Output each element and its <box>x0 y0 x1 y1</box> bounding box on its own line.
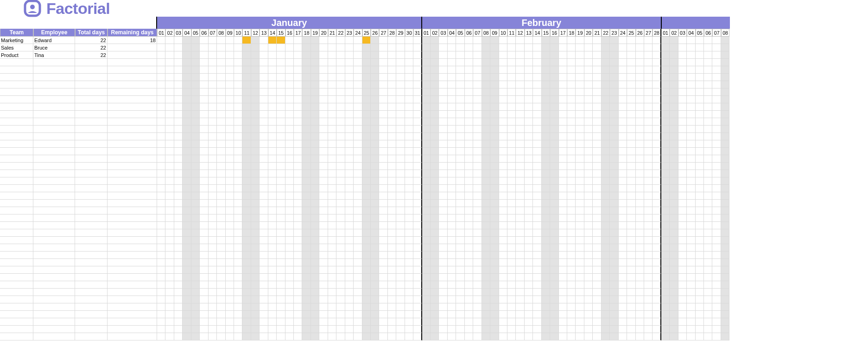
day-header[interactable]: 22 <box>602 29 610 37</box>
day-cell[interactable] <box>525 229 533 237</box>
day-cell[interactable] <box>482 333 490 340</box>
day-cell[interactable] <box>226 44 234 51</box>
day-cell[interactable] <box>379 126 387 133</box>
day-cell[interactable] <box>191 318 200 326</box>
day-cell[interactable] <box>319 192 328 200</box>
day-cell[interactable] <box>602 229 610 237</box>
day-cell[interactable] <box>704 311 712 318</box>
day-cell[interactable] <box>473 222 482 229</box>
day-cell[interactable] <box>712 148 721 155</box>
day-cell[interactable] <box>165 185 174 192</box>
day-cell[interactable] <box>191 229 200 237</box>
day-cell[interactable] <box>165 207 174 214</box>
day-cell[interactable] <box>550 59 558 66</box>
day-cell[interactable] <box>559 303 567 311</box>
day-cell[interactable] <box>422 200 431 207</box>
day-cell[interactable] <box>456 155 464 163</box>
day-cell[interactable] <box>473 111 482 118</box>
day-cell[interactable] <box>542 318 550 326</box>
day-cell[interactable] <box>277 281 285 289</box>
day-cell[interactable] <box>525 140 533 148</box>
day-cell[interactable] <box>653 66 661 74</box>
day-cell[interactable] <box>584 192 593 200</box>
day-cell[interactable] <box>226 155 234 163</box>
day-cell[interactable] <box>439 177 447 185</box>
day-cell[interactable] <box>242 148 251 155</box>
day-cell[interactable] <box>165 333 174 340</box>
day-cell[interactable] <box>490 140 499 148</box>
day-cell[interactable] <box>584 103 593 111</box>
day-cell[interactable] <box>456 44 464 51</box>
day-cell[interactable] <box>285 177 294 185</box>
day-cell[interactable] <box>200 274 208 281</box>
day-cell[interactable] <box>294 252 302 259</box>
day-cell[interactable] <box>345 126 354 133</box>
day-cell[interactable] <box>636 51 644 59</box>
cell-total[interactable] <box>75 222 108 229</box>
day-cell[interactable] <box>584 244 593 252</box>
day-cell[interactable] <box>516 237 524 244</box>
day-cell[interactable] <box>165 237 174 244</box>
day-cell[interactable] <box>191 192 200 200</box>
day-cell[interactable] <box>584 326 593 333</box>
day-cell[interactable] <box>379 229 387 237</box>
day-cell[interactable] <box>285 244 294 252</box>
day-cell[interactable] <box>209 192 217 200</box>
day-cell[interactable] <box>490 111 499 118</box>
day-cell[interactable] <box>251 259 260 266</box>
day-cell[interactable] <box>157 118 165 126</box>
day-cell[interactable] <box>431 252 439 259</box>
day-cell[interactable] <box>712 170 721 177</box>
day-cell[interactable] <box>721 274 729 281</box>
day-cell[interactable] <box>260 207 268 214</box>
day-cell[interactable] <box>362 140 371 148</box>
day-cell[interactable] <box>687 192 695 200</box>
day-cell[interactable] <box>704 59 712 66</box>
day-cell[interactable] <box>610 281 618 289</box>
day-cell[interactable] <box>712 37 721 44</box>
day-cell[interactable] <box>294 281 302 289</box>
day-cell[interactable] <box>413 163 422 170</box>
day-cell[interactable] <box>644 274 653 281</box>
day-cell[interactable] <box>533 266 541 274</box>
day-cell[interactable] <box>525 244 533 252</box>
day-cell[interactable] <box>448 96 456 103</box>
day-cell[interactable] <box>670 266 678 274</box>
cell-remaining[interactable] <box>108 170 157 177</box>
day-cell[interactable] <box>678 51 687 59</box>
day-cell[interactable] <box>388 207 396 214</box>
day-cell[interactable] <box>678 252 687 259</box>
day-cell[interactable] <box>627 244 635 252</box>
day-cell[interactable] <box>388 155 396 163</box>
day-cell[interactable] <box>704 200 712 207</box>
day-cell[interactable] <box>490 296 499 303</box>
day-cell[interactable] <box>653 200 661 207</box>
day-cell[interactable] <box>200 237 208 244</box>
day-cell[interactable] <box>277 185 285 192</box>
day-cell[interactable] <box>362 222 371 229</box>
day-cell[interactable] <box>661 214 670 222</box>
day-cell[interactable] <box>490 88 499 96</box>
cell-team[interactable] <box>0 296 33 303</box>
day-cell[interactable] <box>234 111 242 118</box>
day-cell[interactable] <box>610 163 618 170</box>
day-cell[interactable] <box>499 140 507 148</box>
day-cell[interactable] <box>448 133 456 140</box>
day-cell[interactable] <box>627 281 635 289</box>
day-cell[interactable] <box>294 266 302 274</box>
day-cell[interactable] <box>627 274 635 281</box>
day-cell[interactable] <box>354 200 362 207</box>
day-cell[interactable] <box>636 103 644 111</box>
day-cell[interactable] <box>482 244 490 252</box>
day-cell[interactable] <box>473 88 482 96</box>
day-cell[interactable] <box>704 214 712 222</box>
day-cell[interactable] <box>567 59 576 66</box>
day-cell[interactable] <box>567 118 576 126</box>
day-cell[interactable] <box>217 252 225 259</box>
day-cell[interactable] <box>405 200 413 207</box>
day-cell[interactable] <box>285 252 294 259</box>
day-cell[interactable] <box>371 170 379 177</box>
day-cell[interactable] <box>687 318 695 326</box>
day-cell[interactable] <box>405 229 413 237</box>
day-cell[interactable] <box>687 118 695 126</box>
